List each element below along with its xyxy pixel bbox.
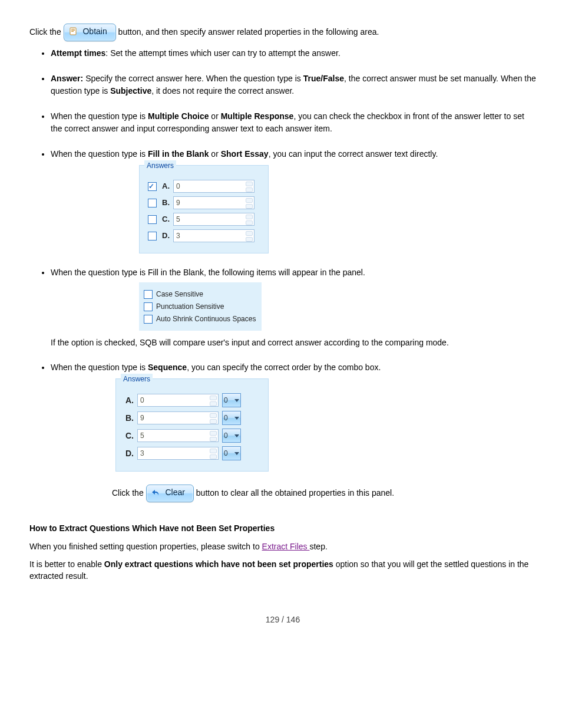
answer-input[interactable]: 9	[137, 411, 219, 424]
spinner-icon[interactable]	[210, 396, 217, 406]
spinner-icon[interactable]	[246, 215, 253, 225]
list-item: Attempt times: Set the attempt times whi…	[51, 47, 536, 60]
spinner-icon[interactable]	[210, 431, 217, 442]
clipboard-icon	[69, 27, 77, 35]
page-number: 129 / 146	[266, 615, 300, 624]
text: When the question type is Fill in the Bl…	[51, 268, 365, 277]
answer-input[interactable]: 0	[173, 180, 254, 193]
answer-row: B. 9 0	[124, 411, 260, 425]
auto-shrink-checkbox[interactable]	[144, 315, 153, 324]
obtain-button[interactable]: Obtain	[64, 24, 116, 41]
case-sensitive-checkbox[interactable]	[144, 290, 153, 299]
bullet-list: Attempt times: Set the attempt times whi…	[51, 47, 536, 472]
answer-row: C. 5 0	[124, 429, 260, 443]
undo-arrow-icon	[151, 489, 160, 496]
order-select[interactable]: 0	[222, 411, 241, 425]
order-select[interactable]: 0	[222, 393, 241, 407]
answer-row: A. 0	[148, 180, 260, 193]
list-item: When the question type is Fill in the Bl…	[51, 266, 536, 348]
extract-section: How to Extract Questions Which Have not …	[29, 522, 536, 582]
answer-input[interactable]: 3	[137, 447, 219, 460]
answer-input[interactable]: 3	[173, 229, 254, 242]
text: button, and then specify answer related …	[118, 27, 310, 37]
answer-letter: A.	[160, 180, 170, 192]
answer-checkbox[interactable]	[148, 215, 157, 224]
list-item: Answer: Specify the correct answer here.…	[51, 73, 536, 97]
answer-row: C. 5	[148, 213, 260, 226]
chevron-down-icon	[234, 452, 239, 455]
answer-letter: D.	[124, 447, 134, 460]
answers-panel-2: Answers A. 0 0 B. 9 0 C. 5 0 D.	[115, 378, 269, 472]
text: It is better to enable Only extract ques…	[29, 558, 536, 582]
option-row: Punctuation Sensitive	[144, 301, 256, 312]
answer-row: B. 9	[148, 196, 260, 209]
answer-checkbox[interactable]	[148, 182, 157, 191]
svg-rect-1	[71, 29, 75, 29]
svg-rect-3	[71, 31, 74, 32]
list-item: When the question type is Sequence, you …	[51, 361, 536, 472]
answer-checkbox[interactable]	[148, 232, 157, 241]
list-item: When the question type is Multiple Choic…	[51, 110, 536, 135]
order-select[interactable]: 0	[222, 429, 241, 443]
clear-paragraph: Click the Clear button to clear all the …	[112, 485, 536, 502]
answer-row: A. 0 0	[124, 393, 260, 407]
spinner-icon[interactable]	[210, 449, 217, 459]
answer-letter: B.	[124, 412, 134, 424]
section-heading: How to Extract Questions Which Have not …	[29, 522, 536, 534]
obtain-paragraph: Click the Obtain button, and then specif…	[29, 24, 536, 41]
answer-input[interactable]: 0	[137, 394, 219, 407]
answer-letter: A.	[124, 394, 134, 407]
list-item: When the question type is Fill in the Bl…	[51, 148, 536, 253]
clear-button[interactable]: Clear	[146, 485, 194, 502]
option-row: Case Sensitive	[144, 289, 256, 299]
answer-letter: D.	[160, 230, 170, 242]
text: When you finished setting question prope…	[29, 541, 536, 552]
order-select[interactable]: 0	[222, 446, 241, 460]
spinner-icon[interactable]	[210, 413, 217, 424]
answer-row: D. 3	[148, 229, 260, 242]
svg-rect-2	[71, 30, 75, 31]
text: the following area.	[312, 27, 379, 37]
option-row: Auto Shrink Continuous Spaces	[144, 314, 256, 324]
panel-legend: Answers	[144, 160, 176, 171]
text: If the option is checked, SQB will compa…	[51, 337, 536, 348]
answer-letter: B.	[160, 197, 170, 209]
answer-letter: C.	[160, 213, 170, 225]
panel-legend: Answers	[121, 374, 153, 384]
answer-checkbox[interactable]	[148, 199, 157, 207]
clear-button-label: Clear	[165, 487, 184, 497]
answers-panel-1: Answers A. 0 B. 9 C. 5	[139, 165, 269, 253]
spinner-icon[interactable]	[246, 182, 253, 192]
spinner-icon[interactable]	[246, 231, 253, 242]
answer-row: D. 3 0	[124, 446, 260, 460]
chevron-down-icon	[234, 434, 239, 437]
answer-input[interactable]: 5	[137, 429, 219, 442]
answer-input[interactable]: 5	[173, 213, 254, 226]
spinner-icon[interactable]	[246, 198, 253, 209]
chevron-down-icon	[234, 417, 239, 420]
obtain-button-label: Obtain	[82, 27, 107, 36]
answer-letter: C.	[124, 430, 134, 442]
punctuation-sensitive-checkbox[interactable]	[144, 302, 153, 311]
extract-files-link[interactable]: Extract Files	[262, 542, 310, 551]
text: Click the	[29, 27, 61, 37]
chevron-down-icon	[234, 399, 239, 402]
fib-options-panel: Case Sensitive Punctuation Sensitive Aut…	[139, 282, 262, 331]
answer-input[interactable]: 9	[173, 196, 254, 209]
